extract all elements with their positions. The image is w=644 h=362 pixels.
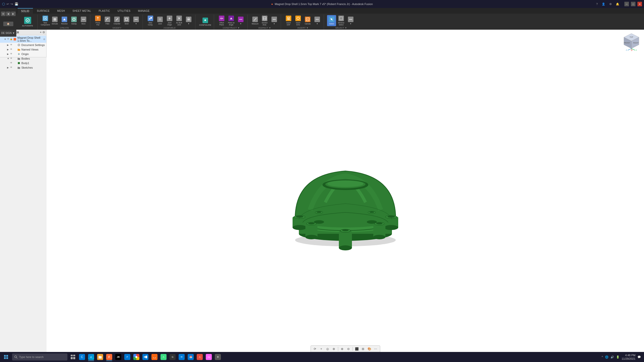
tab-sheet-metal[interactable]: SHEET METAL (69, 8, 95, 14)
maximize-button[interactable]: □ (631, 2, 635, 6)
save-btn[interactable]: 💾 (15, 2, 18, 6)
tab-mesh[interactable]: MESH (54, 8, 68, 14)
paint-btn[interactable]: P (123, 352, 132, 361)
tree-expand-6-icon[interactable]: ▶ (7, 66, 10, 69)
firefox-btn[interactable]: 🦊 (150, 352, 159, 361)
insert-svg-btn[interactable]: InsertSVG (294, 15, 303, 26)
vis-icon-4[interactable]: 👁 (10, 53, 13, 56)
tree-item-sketches[interactable]: ▶ 👁 Sketches (0, 65, 46, 70)
vis-icon-6[interactable]: 👁 (10, 66, 13, 69)
browser-collapse-icon[interactable]: + (40, 31, 42, 34)
more-viewport-btn[interactable]: ⋯ (373, 346, 378, 352)
workspace-selector[interactable]: DE SIGN ▼ (0, 30, 16, 37)
vscode-btn[interactable] (141, 352, 150, 361)
more-assemble-btn[interactable]: ▼ (184, 15, 193, 26)
settings-icon[interactable]: ⚙ (609, 3, 612, 6)
extrude-btn[interactable]: Revolve (60, 15, 69, 26)
press-pull-btn[interactable]: PressPull (93, 15, 102, 26)
new-component-btn[interactable]: NewComponent (41, 15, 50, 26)
clock[interactable]: 4:48 PM 11/29/2021 (622, 353, 635, 361)
section-btn[interactable]: SectionAnal. (260, 15, 269, 26)
tree-item-named-views[interactable]: ▶ 👁 Named Views (0, 47, 46, 52)
lock-icon-3[interactable] (14, 48, 17, 51)
task-view-btn[interactable] (68, 352, 77, 361)
fillet-btn[interactable]: Fillet (103, 15, 112, 26)
tree-item-options[interactable]: ⊙ (43, 38, 45, 40)
tree-item-doc-settings[interactable]: ▶ 👁 Document Settings (0, 43, 46, 47)
forward-btn[interactable]: ▶ (11, 12, 16, 16)
tree-item-document[interactable]: ▼ 👁 🔒 Magnet Drop Shell 1.5mm To... ⊙ (0, 36, 46, 43)
network-icon[interactable]: 🌐 (605, 355, 609, 359)
orbit-btn[interactable]: ⟳ (312, 346, 318, 352)
edge-btn[interactable]: e (87, 352, 96, 361)
lock-icon-2[interactable] (14, 43, 17, 47)
joint-visibility-btn[interactable]: ⊕ (331, 346, 337, 352)
app-menu-icon[interactable]: ⬡ (2, 2, 5, 6)
home-btn[interactable]: 🏠 (3, 22, 13, 26)
lock-icon-6[interactable] (14, 66, 17, 69)
help-icon[interactable]: ? (596, 3, 598, 6)
lock-icon[interactable]: 🔒 (10, 38, 13, 41)
tree-item-bodies[interactable]: ▼ 👁 Bodies (0, 56, 46, 61)
lock-icon-4[interactable] (14, 53, 17, 56)
ground-plane-btn[interactable]: ⊞ (360, 346, 366, 352)
volume-icon[interactable]: 🔊 (611, 355, 614, 359)
minimize-button[interactable]: ─ (624, 2, 629, 6)
zoom-out-btn[interactable]: ⊖ (346, 346, 351, 352)
visibility-icon[interactable]: 👁 (7, 38, 9, 41)
joint-origin-btn[interactable]: JointOrigin (165, 15, 174, 26)
offset-plane-btn[interactable]: Plane atAngle (227, 15, 236, 26)
zoom-in-btn[interactable]: ⊕ (339, 346, 345, 352)
xd-btn[interactable]: Xd (204, 352, 213, 361)
vis-icon-3[interactable]: 👁 (10, 48, 13, 51)
tab-surface[interactable]: SURFACE (33, 8, 53, 14)
tab-manage[interactable]: MANAGE (135, 8, 153, 14)
lock-icon-5[interactable] (14, 57, 17, 60)
file-explorer-btn[interactable] (96, 352, 105, 361)
attached-canvas-btn[interactable]: Canvas (303, 15, 312, 26)
tab-plastic[interactable]: PLASTIC (95, 8, 113, 14)
joint-btn[interactable]: Joint (155, 15, 165, 26)
android-btn[interactable]: A (159, 352, 168, 361)
select-btn[interactable]: Select (327, 15, 336, 26)
grid-menu-btn[interactable]: ⊞ (1, 12, 6, 16)
tree-expand-icon[interactable]: ▼ (4, 38, 7, 40)
tab-solid[interactable]: SOLID (18, 8, 33, 14)
mail-btn[interactable]: ✉ (177, 352, 186, 361)
more-modify-btn[interactable]: ▼ (132, 15, 141, 26)
configure-btn[interactable]: CONFIGURE (201, 16, 210, 27)
tree-expand-5-icon[interactable]: ▼ (7, 57, 10, 60)
viewcube[interactable]: TOP RIGHT FRONT Y X Z (621, 32, 641, 52)
revolve-btn[interactable]: Sweep (69, 15, 78, 26)
automate-btn[interactable]: AUTOMATE (23, 16, 32, 27)
redo-btn[interactable]: ↪ (11, 2, 13, 6)
render-mode-btn[interactable]: 🎨 (367, 346, 372, 352)
notifications-icon[interactable]: 🔔 (616, 3, 619, 6)
as-built-btn[interactable]: As-BuiltJoint (175, 15, 184, 26)
battery-icon[interactable]: 🔋 (616, 355, 620, 359)
jetbrains-btn[interactable]: JB (114, 352, 123, 361)
display-mode-btn[interactable]: ⬛ (354, 346, 359, 352)
account-icon[interactable]: 👤 (602, 3, 605, 6)
search-bar[interactable]: Type here to search (12, 353, 67, 360)
tree-expand-3-icon[interactable]: ▶ (7, 48, 10, 51)
notification-area-icon[interactable]: 💬 (637, 355, 641, 359)
look-at-btn[interactable]: ◎ (325, 346, 330, 352)
measure-btn[interactable]: Measure (251, 15, 260, 26)
new-body-btn[interactable]: Extrude (50, 15, 59, 26)
vis-icon-2[interactable]: 👁 (10, 43, 13, 47)
tray-chevron-icon[interactable]: ^ (602, 355, 603, 358)
more-create-btn[interactable]: More (79, 15, 88, 26)
cortana-btn[interactable]: C (77, 352, 87, 361)
chrome-btn[interactable] (132, 352, 141, 361)
start-button[interactable] (1, 352, 11, 361)
undo-btn[interactable]: ↩ (7, 2, 9, 6)
zoom-extend-btn[interactable]: + (318, 346, 324, 352)
assemble-new-btn[interactable]: NewComp. (146, 15, 155, 26)
lock-icon-body1[interactable] (14, 62, 17, 65)
tree-expand-4-icon[interactable]: ▶ (7, 53, 10, 55)
close-button[interactable]: ✕ (637, 2, 642, 6)
viewport[interactable]: TOP RIGHT FRONT Y X Z (47, 30, 644, 355)
midplane-btn[interactable]: OffsetPlane (217, 15, 226, 26)
vis-icon-body1[interactable]: 👁 (10, 62, 13, 65)
